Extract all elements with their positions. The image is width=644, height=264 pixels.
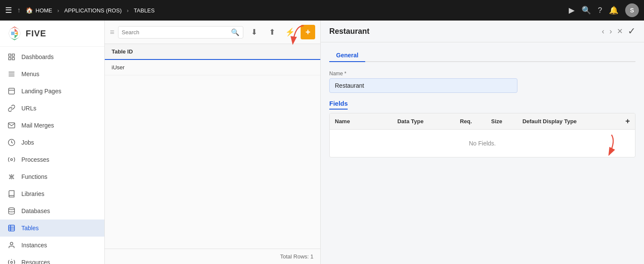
sidebar-item-dashboards[interactable]: Dashboards xyxy=(0,48,104,65)
sidebar-item-mail-merges[interactable]: Mail Merges xyxy=(0,117,104,134)
sidebar-label-databases: Databases xyxy=(21,208,50,214)
sidebar-item-resources[interactable]: Resources xyxy=(0,254,104,264)
sidebar-item-landing-pages[interactable]: Landing Pages xyxy=(0,83,104,100)
right-panel-title: Restaurant xyxy=(329,27,369,36)
svg-point-20 xyxy=(11,261,13,264)
sidebar-label-dashboards: Dashboards xyxy=(21,53,54,60)
menus-icon xyxy=(7,69,16,79)
fields-title: Fields xyxy=(329,100,348,110)
sidebar-item-instances[interactable]: Instances xyxy=(0,237,104,254)
home-section[interactable]: 🏠 HOME xyxy=(26,7,52,14)
sidebar-item-databases[interactable]: Databases xyxy=(0,202,104,220)
breadcrumb-sep-1: › xyxy=(57,7,59,14)
col-name: Name xyxy=(335,118,397,125)
svg-rect-3 xyxy=(9,58,11,60)
sidebar-item-processes[interactable]: Processes xyxy=(0,151,104,168)
tables-icon xyxy=(7,223,16,233)
table-row[interactable]: iUser xyxy=(105,60,320,75)
sidebar-item-jobs[interactable]: Jobs xyxy=(0,134,104,151)
databases-icon xyxy=(7,206,16,216)
fields-table: Name Data Type Req. Size Default Display… xyxy=(329,113,635,157)
bell-icon[interactable]: 🔔 xyxy=(609,6,618,15)
breadcrumb-applications[interactable]: APPLICATIONS (ROS) xyxy=(64,7,121,14)
search-nav-icon[interactable]: 🔍 xyxy=(582,6,591,15)
svg-rect-15 xyxy=(9,225,15,231)
svg-rect-4 xyxy=(12,58,15,60)
avatar[interactable]: S xyxy=(625,3,639,17)
save-button[interactable]: ✓ xyxy=(628,26,635,37)
table-row-label: iUser xyxy=(112,64,124,71)
sidebar-item-tables[interactable]: Tables xyxy=(0,220,104,237)
processes-icon xyxy=(7,155,16,164)
sidebar-label-functions: Functions xyxy=(21,173,47,180)
upload-button[interactable]: ⬆ xyxy=(265,25,279,39)
home-icon: 🏠 xyxy=(26,7,33,14)
help-icon[interactable]: ? xyxy=(598,6,602,15)
name-field: Name * xyxy=(329,71,635,93)
sidebar-label-landing-pages: Landing Pages xyxy=(21,88,61,95)
sidebar-label-resources: Resources xyxy=(21,259,50,264)
col-datatype: Data Type xyxy=(397,118,460,125)
up-icon[interactable]: ↑ xyxy=(17,6,21,14)
sidebar-item-urls[interactable]: URLs xyxy=(0,100,104,117)
close-button[interactable]: × xyxy=(617,26,623,37)
add-table-button[interactable]: + xyxy=(301,25,315,39)
breadcrumb-sep-2: › xyxy=(127,7,128,14)
dashboards-icon xyxy=(7,52,16,62)
landing-pages-icon xyxy=(7,86,16,96)
sidebar: FIVE Dashboards Menus Landing Pages URLs… xyxy=(0,21,105,264)
filter-icon[interactable]: ≡ xyxy=(110,28,115,37)
table-footer: Total Rows: 1 xyxy=(105,249,320,264)
svg-rect-1 xyxy=(9,54,11,56)
svg-rect-8 xyxy=(9,88,15,94)
svg-point-19 xyxy=(10,242,13,245)
svg-rect-2 xyxy=(12,54,15,56)
prev-button[interactable]: ‹ xyxy=(602,27,604,36)
fields-empty: No Fields. xyxy=(330,130,635,157)
name-input[interactable] xyxy=(329,78,517,93)
sidebar-item-menus[interactable]: Menus xyxy=(0,65,104,83)
resources-icon xyxy=(7,258,16,264)
col-size: Size xyxy=(491,118,523,125)
download-button[interactable]: ⬇ xyxy=(247,25,261,39)
fields-table-header: Name Data Type Req. Size Default Display… xyxy=(330,113,635,130)
sidebar-item-libraries[interactable]: Libraries xyxy=(0,185,104,202)
name-label: Name * xyxy=(329,71,635,77)
sidebar-label-libraries: Libraries xyxy=(21,190,44,197)
play-icon[interactable]: ▶ xyxy=(569,6,575,15)
sidebar-item-functions[interactable]: Functions xyxy=(0,168,104,185)
instances-icon xyxy=(7,240,16,250)
right-panel-content: General Name * Fields Name Data Type Req… xyxy=(321,42,644,264)
next-button[interactable]: › xyxy=(609,27,612,36)
functions-icon xyxy=(7,172,16,181)
svg-point-11 xyxy=(11,159,13,161)
mail-merges-icon xyxy=(7,121,16,130)
fields-section: Fields Name Data Type Req. Size Default … xyxy=(329,100,635,157)
five-logo-icon xyxy=(7,26,22,41)
sidebar-nav: Dashboards Menus Landing Pages URLs Mail… xyxy=(0,47,104,264)
sidebar-label-instances: Instances xyxy=(21,242,47,249)
search-icon: 🔍 xyxy=(231,28,239,36)
menu-icon[interactable]: ☰ xyxy=(5,6,12,15)
table-list-header: Table ID xyxy=(105,44,320,60)
sidebar-label-tables: Tables xyxy=(21,225,38,231)
tab-general[interactable]: General xyxy=(329,49,365,62)
lightning-button[interactable]: ⚡ xyxy=(283,25,297,39)
home-label: HOME xyxy=(35,7,52,14)
middle-panel: ≡ 🔍 ⬇ ⬆ ⚡ + Table ID iUser Total Rows: 1 xyxy=(105,21,321,264)
search-wrap: 🔍 xyxy=(118,26,243,39)
search-input[interactable] xyxy=(122,29,231,36)
libraries-icon xyxy=(7,189,16,199)
jobs-icon xyxy=(7,138,16,147)
top-nav: ☰ ↑ 🏠 HOME › APPLICATIONS (ROS) › TABLES… xyxy=(0,0,644,21)
logo-text: FIVE xyxy=(26,29,46,39)
total-rows-label: Total Rows: 1 xyxy=(280,253,313,260)
middle-toolbar: ≡ 🔍 ⬇ ⬆ ⚡ + xyxy=(105,21,320,44)
add-field-button[interactable]: + xyxy=(616,117,630,126)
sidebar-label-menus: Menus xyxy=(21,71,39,77)
table-list: Table ID iUser xyxy=(105,44,320,249)
top-nav-right: ▶ 🔍 ? 🔔 S xyxy=(569,3,639,17)
sidebar-label-mail-merges: Mail Merges xyxy=(21,122,54,129)
urls-icon xyxy=(7,104,16,113)
col-req: Req. xyxy=(460,118,491,125)
